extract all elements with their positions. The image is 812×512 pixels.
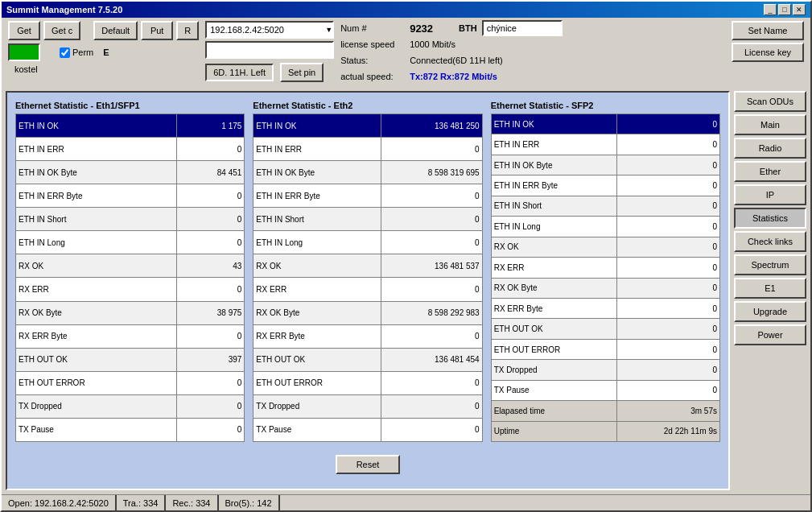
default-button[interactable]: Default (93, 21, 138, 40)
address-dropdown-wrapper: 192.168.2.42:5020 ▼ (205, 21, 334, 39)
table-row: ETH IN Short0 (491, 196, 719, 216)
right-panel: Scan ODUs Main Radio Ether IP Statistics… (734, 91, 806, 490)
statistics-button[interactable]: Statistics (734, 208, 806, 229)
sfp2-title: Ethernet Statistic - SFP2 (491, 101, 720, 110)
window-title: Summit Management 7.5.20 (6, 5, 122, 14)
table-row: ETH IN OK0 (491, 114, 719, 134)
table-row: TX Dropped0 (491, 360, 719, 380)
table-row: RX ERR Byte0 (253, 324, 482, 348)
main-button[interactable]: Main (734, 114, 806, 135)
perm-row: Perm E (8, 43, 199, 61)
table-row: ETH IN ERR Byte0 (16, 184, 245, 208)
num-value: 9232 (410, 23, 433, 35)
status-bar: Open: 192.168.2.42:5020 Tra.: 334 Rec.: … (2, 494, 810, 510)
table-row: RX ERR Byte0 (491, 298, 719, 318)
time-row: 6D. 11H. Left Set pin (205, 63, 334, 82)
get-button[interactable]: Get (8, 21, 40, 40)
status-bro: Bro(5).: 142 (219, 495, 280, 510)
top-toolbar: Get Get c Default Put R Perm E kostel (2, 18, 810, 87)
table-row: TX Pause0 (253, 418, 482, 441)
table-row: ETH IN ERR0 (16, 138, 245, 161)
username-row: kostel (8, 64, 199, 74)
license-speed-label: license speed (340, 39, 405, 49)
table-row: ETH IN Short0 (253, 208, 482, 231)
eth1-panel: Ethernet Statistic - Eth1/SFP1 ETH IN OK… (15, 101, 245, 442)
maximize-button[interactable]: □ (778, 4, 791, 15)
license-speed-row: license speed 1000 Mbit/s (340, 37, 563, 52)
e-label: E (103, 47, 109, 57)
num-row: Num # 9232 BTH (340, 21, 563, 35)
scan-odus-button[interactable]: Scan ODUs (734, 91, 806, 112)
empty-field (205, 41, 334, 59)
actual-speed-value: Tx:872 Rx:872 Mbit/s (410, 72, 497, 81)
table-row: ETH IN OK136 481 250 (253, 114, 482, 138)
elapsed-time-row: Elapased time3m 57s (491, 401, 719, 421)
uptime-row: Uptime2d 22h 11m 9s (491, 421, 719, 441)
table-row: ETH OUT OK397 (16, 348, 245, 371)
title-bar-buttons: _ □ ✕ (764, 4, 806, 15)
table-row: RX OK0 (491, 237, 719, 257)
main-window: Summit Management 7.5.20 _ □ ✕ Get Get c… (0, 0, 812, 512)
title-bar: Summit Management 7.5.20 _ □ ✕ (2, 2, 810, 18)
content-area: Ethernet Statistic - Eth1/SFP1 ETH IN OK… (2, 87, 810, 494)
upgrade-button[interactable]: Upgrade (734, 301, 806, 322)
close-button[interactable]: ✕ (793, 4, 806, 15)
stats-row: Ethernet Statistic - Eth1/SFP1 ETH IN OK… (15, 101, 720, 442)
license-key-button[interactable]: License key (732, 43, 804, 62)
set-pin-button[interactable]: Set pin (280, 63, 324, 82)
actual-speed-label: actual speed: (340, 72, 405, 81)
getc-button[interactable]: Get c (43, 21, 80, 40)
table-row: ETH IN OK Byte0 (491, 155, 719, 175)
table-row: RX ERR Byte0 (16, 324, 245, 348)
table-row: TX Pause0 (491, 380, 719, 400)
ether-button[interactable]: Ether (734, 161, 806, 182)
status-open: Open: 192.168.2.42:5020 (2, 495, 117, 510)
table-row: RX ERR0 (253, 278, 482, 301)
table-row: ETH IN OK Byte84 451 (16, 161, 245, 184)
reset-button[interactable]: Reset (336, 455, 400, 474)
ip-button[interactable]: IP (734, 184, 806, 205)
r-button[interactable]: R (176, 21, 199, 40)
sfp2-panel: Ethernet Statistic - SFP2 ETH IN OK0ETH … (491, 101, 720, 442)
table-row: TX Dropped0 (253, 394, 482, 418)
time-left-display: 6D. 11H. Left (205, 64, 274, 81)
table-row: ETH IN OK Byte8 598 319 695 (253, 161, 482, 184)
status-label: Status: (340, 56, 405, 65)
status-indicator (8, 43, 40, 61)
table-row: ETH OUT OK0 (491, 319, 719, 339)
eth1-table: ETH IN OK1 175ETH IN ERR0ETH IN OK Byte8… (15, 114, 245, 442)
table-row: ETH IN ERR Byte0 (491, 175, 719, 196)
perm-checkbox[interactable] (60, 47, 70, 58)
perm-checkbox-label[interactable]: Perm (60, 47, 93, 58)
check-links-button[interactable]: Check links (734, 231, 806, 252)
sfp2-table: ETH IN OK0ETH IN ERR0ETH IN OK Byte0ETH … (491, 114, 720, 442)
table-row: RX OK136 481 537 (253, 254, 482, 278)
status-value: Connected(6D 11H left) (410, 56, 503, 65)
table-row: TX Dropped0 (16, 394, 245, 418)
address-dropdown[interactable]: 192.168.2.42:5020 (205, 21, 334, 39)
info-column-left: Num # 9232 BTH license speed 1000 Mbit/s… (340, 21, 563, 84)
status-row: Status: Connected(6D 11H left) (340, 53, 563, 68)
spectrum-button[interactable]: Spectrum (734, 254, 806, 275)
radio-button[interactable]: Radio (734, 138, 806, 159)
table-row: ETH OUT ERROR0 (253, 371, 482, 394)
status-tra: Tra.: 334 (117, 495, 167, 510)
table-row: ETH IN ERR0 (491, 134, 719, 155)
table-row: ETH IN ERR0 (253, 138, 482, 161)
table-row: RX OK43 (16, 254, 245, 278)
eth1-title: Ethernet Statistic - Eth1/SFP1 (15, 101, 245, 110)
minimize-button[interactable]: _ (764, 4, 777, 15)
table-row: RX OK Byte8 598 292 983 (253, 301, 482, 324)
device-name-input[interactable] (482, 20, 563, 36)
num-label: Num # (340, 23, 405, 33)
table-row: RX OK Byte38 975 (16, 301, 245, 324)
bth-label: BTH (459, 23, 477, 33)
table-row: ETH IN Short0 (16, 208, 245, 231)
table-row: RX ERR0 (16, 278, 245, 301)
put-button[interactable]: Put (141, 21, 173, 40)
e1-button[interactable]: E1 (734, 278, 806, 299)
power-button[interactable]: Power (734, 324, 806, 345)
table-row: RX ERR0 (491, 258, 719, 278)
set-name-button[interactable]: Set Name (732, 21, 804, 40)
table-row: ETH IN OK1 175 (16, 114, 245, 138)
